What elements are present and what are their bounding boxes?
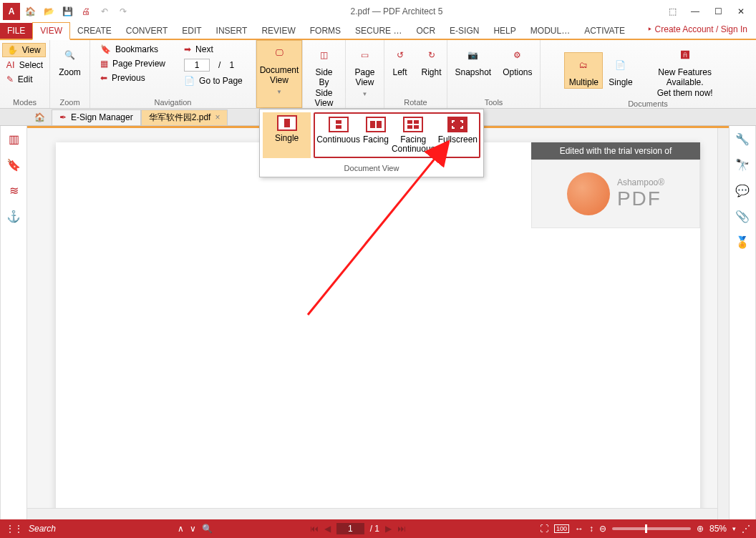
pagepreview-button[interactable]: ▦Page Preview: [96, 57, 170, 70]
zoom-in-icon[interactable]: ⊕: [697, 524, 704, 534]
layers-icon[interactable]: ≋: [5, 182, 22, 199]
account-link[interactable]: Create Account / Sign In: [647, 24, 747, 34]
horizontal-scrollbar[interactable]: [27, 508, 717, 519]
rotate-right-button[interactable]: ↻ Right: [416, 43, 447, 77]
gotopage-button[interactable]: 📄Go to Page: [180, 74, 247, 87]
award-icon[interactable]: 🏅: [734, 233, 751, 250]
mode-edit-button[interactable]: ✎Edit: [2, 73, 37, 86]
rotate-right-label: Right: [422, 67, 442, 77]
open-icon[interactable]: 📂: [40, 3, 57, 20]
tab-create[interactable]: CREATE: [70, 23, 119, 39]
vertical-scrollbar[interactable]: [717, 128, 729, 519]
save-icon[interactable]: 💾: [59, 3, 76, 20]
fitwidth-icon[interactable]: ↔: [575, 524, 583, 534]
actualsize-icon[interactable]: 100: [554, 524, 569, 533]
tab-convert[interactable]: CONVERT: [119, 23, 175, 39]
attachment-icon[interactable]: 📎: [734, 207, 751, 225]
pageview-icon: ▭: [355, 46, 375, 64]
pageview-button[interactable]: ▭ Page View ▼: [349, 43, 380, 97]
viewmode-single-button[interactable]: Single: [263, 112, 311, 158]
print-icon[interactable]: 🖨: [77, 3, 94, 20]
mode-edit-label: Edit: [18, 74, 33, 84]
tab-review[interactable]: REVIEW: [254, 23, 302, 39]
docmode-single-button[interactable]: 📄 Single: [603, 53, 638, 87]
bookmarks-rail-icon[interactable]: 🔖: [5, 156, 22, 173]
tab-help[interactable]: HELP: [486, 23, 523, 39]
new-features-button[interactable]: 🅰 New Features Available. Get them now!: [639, 43, 732, 98]
status-bar: ⋮⋮ ∧ ∨ 🔍 ⏮ ◀ 1 / 1 ▶ ⏭ ⛶ 100 ↔ ↕ ⊖ ⊕ 85%…: [0, 519, 756, 538]
tab-insert[interactable]: INSERT: [209, 23, 255, 39]
tab-activate[interactable]: ACTIVATE: [577, 23, 632, 39]
doctab-close-icon[interactable]: ×: [215, 112, 220, 122]
wrench-icon[interactable]: 🔧: [734, 130, 751, 147]
tab-edit[interactable]: EDIT: [175, 23, 208, 39]
zoom-menu-icon[interactable]: ▾: [732, 525, 736, 532]
tab-secure[interactable]: SECURE …: [348, 23, 409, 39]
zoom-slider[interactable]: [612, 527, 691, 530]
edit-icon: ✎: [6, 74, 14, 84]
new-badge-icon: 🅰: [675, 46, 695, 64]
undo-icon[interactable]: ↶: [96, 3, 113, 20]
bookmarks-button[interactable]: 🔖Bookmarks: [96, 43, 163, 56]
mode-select-button[interactable]: AⅠSelect: [2, 59, 47, 72]
tab-file[interactable]: FILE: [0, 23, 32, 39]
minimize-icon[interactable]: —: [684, 3, 706, 20]
page-next-icon[interactable]: ▶: [385, 524, 392, 534]
fitpage-icon[interactable]: ↕: [589, 524, 593, 534]
zoom-button[interactable]: 🔍 Zoom: [53, 43, 87, 77]
zoom-value[interactable]: 85%: [709, 524, 727, 534]
docmode-multiple-button[interactable]: 🗂 Multiple: [564, 52, 603, 88]
page-last-icon[interactable]: ⏭: [397, 524, 406, 534]
tab-ocr[interactable]: OCR: [409, 23, 442, 39]
viewmode-fullscreen-button[interactable]: Fullscreen: [437, 114, 479, 157]
mode-view-button[interactable]: ✋View: [2, 43, 46, 57]
next-button[interactable]: ➡Next: [180, 43, 218, 56]
app-icon[interactable]: A: [3, 3, 20, 20]
snapshot-button[interactable]: 📷 Snapshot: [449, 43, 497, 77]
comment-icon[interactable]: 💬: [734, 182, 751, 199]
search-next-icon[interactable]: ∨: [190, 524, 196, 534]
home-tab-icon[interactable]: 🏠: [34, 112, 45, 122]
previous-button[interactable]: ⬅Previous: [96, 72, 150, 84]
group-tools: 📷 Snapshot ⚙ Options Tools: [447, 40, 541, 108]
previous-icon: ⬅: [100, 73, 107, 83]
zoom-out-icon[interactable]: ⊖: [599, 524, 606, 534]
document-canvas[interactable]: Edited with the trial version of Ashampo…: [27, 126, 729, 519]
tab-view[interactable]: VIEW: [32, 22, 70, 40]
redo-icon[interactable]: ↷: [115, 3, 132, 20]
viewmode-continuous-button[interactable]: Continuous: [315, 114, 362, 157]
group-zoom-label: Zoom: [56, 97, 84, 107]
anchor-icon[interactable]: ⚓: [5, 207, 22, 225]
doctab-esign[interactable]: ✒ E-Sign Manager: [52, 109, 141, 125]
close-icon[interactable]: ✕: [730, 3, 752, 20]
tab-modules[interactable]: MODUL…: [523, 23, 577, 39]
doctab-file[interactable]: 华军软件园2.pdf ×: [141, 109, 228, 125]
viewmode-facing-button[interactable]: Facing: [362, 114, 390, 157]
svg-rect-2: [336, 125, 341, 129]
single-doc-icon: 📄: [611, 56, 631, 74]
rotate-left-button[interactable]: ↺ Left: [384, 43, 416, 77]
pagepreview-label: Page Preview: [112, 59, 165, 69]
thumbnails-icon[interactable]: ▥: [5, 130, 22, 147]
group-documentview: 🖵 Document View ▼: [256, 40, 303, 108]
sidebyside-label: Side By Side View: [314, 67, 334, 109]
bookmark-icon: 🔖: [100, 44, 111, 54]
home-icon[interactable]: 🏠: [21, 3, 39, 20]
viewmode-facingcont-button[interactable]: Facing Continuous: [390, 114, 437, 157]
ribbon-collapse-icon[interactable]: ⬚: [662, 3, 683, 20]
search-go-icon[interactable]: 🔍: [202, 524, 213, 534]
tab-forms[interactable]: FORMS: [303, 23, 348, 39]
page-number-input[interactable]: [184, 59, 210, 72]
status-search-input[interactable]: [29, 524, 172, 534]
tab-esign[interactable]: E-SIGN: [442, 23, 486, 39]
snapshot-label: Snapshot: [455, 67, 491, 77]
binoculars-icon[interactable]: 🔭: [734, 156, 751, 173]
options-button[interactable]: ⚙ Options: [497, 43, 538, 77]
maximize-icon[interactable]: ☐: [707, 3, 729, 20]
page-prev-icon[interactable]: ◀: [324, 524, 331, 534]
sidebyside-button[interactable]: ◫ Side By Side View: [309, 43, 340, 109]
page-first-icon[interactable]: ⏮: [310, 524, 319, 534]
fullscreen-status-icon[interactable]: ⛶: [540, 524, 548, 534]
search-prev-icon[interactable]: ∧: [178, 524, 184, 534]
documentview-button[interactable]: 🖵 Document View ▼: [256, 40, 302, 108]
